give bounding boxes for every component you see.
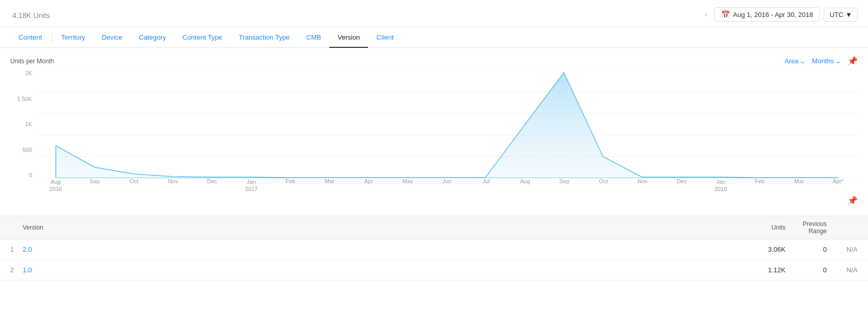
y-label-2k: 2K	[25, 70, 32, 76]
tabs-bar: Content Territory Device Category Conten…	[0, 27, 868, 48]
x-label-nov: Nov	[154, 178, 193, 184]
x-label-mar: Mar	[310, 178, 349, 184]
chart-controls: Area ⌄ Months ⌄ 📌	[784, 56, 858, 66]
months-chevron-icon: ⌄	[836, 57, 841, 65]
tab-transaction-type[interactable]: Transaction Type	[230, 27, 298, 47]
y-label-150k: 1.50K	[17, 96, 32, 102]
svg-marker-6	[56, 73, 837, 178]
tab-client[interactable]: Client	[368, 27, 402, 47]
prev-arrow[interactable]: ‹	[702, 8, 710, 21]
months-label: Months	[812, 57, 834, 65]
table-col-units: Units	[734, 224, 786, 231]
pin-icon-top[interactable]: 📌	[847, 56, 858, 66]
tab-content-type[interactable]: Content Type	[174, 27, 230, 47]
tab-cmb[interactable]: CMB	[298, 27, 329, 47]
chart-plot	[36, 70, 858, 178]
top-bar: 4.18KUnits ‹ 📅 Aug 1, 2016 - Apr 30, 201…	[0, 0, 868, 27]
x-label-dec2: Dec	[662, 178, 702, 184]
row-units-1: 3.06K	[734, 246, 786, 253]
x-label-mar2: Mar	[779, 178, 819, 184]
date-range-text: Aug 1, 2016 - Apr 30, 2018	[733, 11, 813, 19]
x-label-aug2: Aug	[506, 178, 545, 184]
x-label-oct: Oct	[114, 178, 154, 184]
tab-category[interactable]: Category	[130, 27, 174, 47]
x-axis: Aug2016 Sep Oct Nov Dec Jan2017 Feb Mar …	[36, 178, 858, 194]
table-header: Version Units Previous Range	[0, 216, 868, 239]
row-rank-1: 1	[10, 246, 23, 253]
calendar-icon: 📅	[721, 10, 730, 19]
x-label-apr2: Apr*	[819, 178, 858, 184]
table-row: 2 1.0 1.12K 0 N/A	[0, 260, 868, 281]
area-dropdown[interactable]: Area ⌄	[784, 57, 806, 65]
chart-title: Units per Month	[10, 58, 54, 65]
tab-version[interactable]: Version	[329, 27, 368, 47]
chart-section: Units per Month Area ⌄ Months ⌄ 📌 2K 1.5…	[0, 48, 868, 194]
x-label-sep2: Sep	[545, 178, 584, 184]
row-units-2: 1.12K	[734, 266, 786, 274]
row-prev-1: 0	[786, 246, 827, 253]
row-prev-2: 0	[786, 266, 827, 274]
x-label-dec: Dec	[193, 178, 232, 184]
pin-icon-table[interactable]: 📌	[847, 196, 858, 205]
chart-area: 2K 1.50K 1K 500 0	[10, 70, 858, 194]
x-label-jun: Jun	[427, 178, 466, 184]
row-version-1[interactable]: 2.0	[23, 246, 734, 253]
x-label-apr: Apr	[349, 178, 388, 184]
chart-svg	[36, 70, 858, 178]
timezone-text: UTC	[829, 11, 843, 19]
row-rank-2: 2	[10, 267, 23, 274]
x-label-feb: Feb	[271, 178, 310, 184]
y-label-1k: 1K	[25, 121, 32, 127]
table-col-prev: Previous Range	[786, 220, 827, 235]
tab-content[interactable]: Content	[10, 27, 51, 47]
date-range-button[interactable]: 📅 Aug 1, 2016 - Apr 30, 2018	[714, 7, 820, 22]
table-section: Version Units Previous Range 1 2.0 3.06K…	[0, 216, 868, 281]
tab-device[interactable]: Device	[94, 27, 131, 47]
total-value: 4.18K	[12, 11, 31, 20]
x-label-oct2: Oct	[584, 178, 623, 184]
area-chevron-icon: ⌄	[800, 57, 806, 65]
y-label-0: 0	[29, 172, 32, 178]
timezone-button[interactable]: UTC ▼	[824, 8, 858, 22]
chevron-down-icon: ▼	[845, 11, 852, 19]
tab-territory[interactable]: Territory	[53, 27, 94, 47]
table-row: 1 2.0 3.06K 0 N/A	[0, 239, 868, 260]
row-na-1: N/A	[827, 246, 858, 253]
x-label-jan2018: Jan2018	[701, 178, 740, 193]
x-label-aug2016: Aug2016	[36, 178, 75, 193]
row-version-2[interactable]: 1.0	[23, 266, 734, 274]
tab-divider	[52, 33, 52, 42]
x-label-may: May	[388, 178, 427, 184]
area-label: Area	[784, 57, 798, 65]
top-right-controls: ‹ 📅 Aug 1, 2016 - Apr 30, 2018 UTC ▼	[702, 7, 858, 22]
total-units: 4.18KUnits	[10, 8, 50, 21]
x-label-jan2017: Jan2017	[232, 178, 271, 193]
y-label-500: 500	[23, 147, 32, 153]
pin-row: 📌	[0, 194, 868, 207]
row-na-2: N/A	[827, 266, 858, 274]
x-label-feb2: Feb	[740, 178, 779, 184]
table-col-version: Version	[23, 224, 734, 231]
units-label: Units	[34, 11, 50, 20]
x-label-jul: Jul	[466, 178, 506, 184]
y-axis: 2K 1.50K 1K 500 0	[10, 70, 36, 178]
chart-header: Units per Month Area ⌄ Months ⌄ 📌	[10, 56, 858, 66]
x-label-nov2: Nov	[623, 178, 662, 184]
months-dropdown[interactable]: Months ⌄	[812, 57, 841, 65]
x-label-sep: Sep	[75, 178, 114, 184]
